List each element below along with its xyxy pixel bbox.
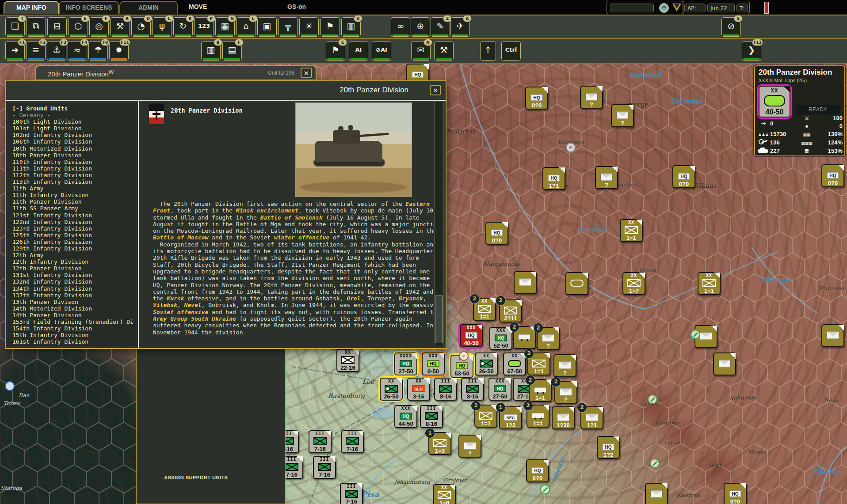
map-unit-counter[interactable]: 1=12 — [474, 405, 497, 428]
toolbar-button-airborne-mode[interactable]: ☂F8 — [88, 41, 108, 61]
toolbar-button-zoom-mode[interactable]: ◎F — [89, 17, 109, 37]
toolbar-button-ctrl-key[interactable]: Ctrl — [501, 41, 521, 61]
toolbar-button-signal-intel[interactable]: ψL — [153, 17, 172, 37]
unit-list-item[interactable]: 15th Infantry Division — [12, 332, 136, 338]
map-unit-counter[interactable]: HQ1?1 — [542, 167, 565, 190]
unit-counter[interactable]: XX 40-50 — [759, 86, 790, 117]
map-unit-counter[interactable]: ? — [611, 104, 634, 127]
map-unit-counter[interactable]: ? — [595, 166, 618, 189]
unit-list-item[interactable]: 137th Infantry Division — [12, 292, 136, 299]
map-unit-counter[interactable]: HQ0?0 — [821, 164, 844, 187]
toolbar-button-rail-transport[interactable]: ∞ — [391, 17, 410, 37]
map-unit-counter[interactable]: XXSEC3-16 — [407, 378, 430, 401]
toolbar-button-resources[interactable]: ╦ — [279, 17, 298, 37]
tab-info-screens[interactable]: INFO SCREENS — [59, 1, 119, 14]
map-unit-counter[interactable]: XXXXHQ27-50 — [394, 352, 417, 375]
assign-support-units-button[interactable]: ASSIGN SUPPORT UNITS — [164, 475, 228, 480]
settings-icon[interactable]: ⚙ — [659, 3, 669, 13]
map-unit-counter[interactable]: XXXHQ52-50 — [489, 327, 512, 350]
unit-list-item[interactable]: 13th Panzer Divison — [12, 299, 136, 305]
map-unit-counter[interactable]: III7-16 — [313, 456, 336, 479]
toolbar-button-unit-boxes[interactable]: ▦N — [215, 17, 235, 37]
map-unit-counter[interactable]: XXXHQ40-50 — [460, 324, 483, 347]
unit-list-item[interactable]: 112th Infantry Division — [12, 172, 136, 178]
map-unit-counter[interactable]: 1?12 — [580, 406, 603, 429]
toolbar-button-goto-mode[interactable]: ⚑E — [326, 41, 345, 61]
map-unit-counter[interactable]: ?2 — [554, 381, 577, 404]
map-unit-counter[interactable]: 1=31 — [428, 432, 451, 455]
unit-list-item[interactable]: 111th Infantry Division — [12, 165, 136, 172]
map-unit-counter[interactable]: XX26-50 — [475, 352, 498, 375]
map-unit-counter[interactable]: HQ0?0 — [672, 165, 695, 188]
map-unit-counter[interactable] — [514, 271, 537, 294]
map-unit-counter[interactable]: XX67-50 — [503, 352, 526, 375]
toolbar-button-amphib-mode[interactable]: ≈F4 — [68, 41, 87, 61]
map-unit-counter[interactable]: XXXHQ0-50 — [422, 352, 445, 375]
toolbar-button-air-directives[interactable]: ✈A — [450, 17, 470, 37]
map-unit-counter[interactable]: III8-16 — [434, 378, 457, 401]
unit-list-item[interactable]: 121st Infantry Division — [12, 212, 136, 219]
pennant-icon[interactable] — [672, 4, 681, 11]
toolbar-button-add-map-window[interactable]: ⧉ — [27, 17, 46, 37]
map-green-marker-icon[interactable] — [648, 394, 657, 404]
unit-list-item[interactable]: 129th Infantry Division — [12, 245, 136, 252]
map-green-marker-icon[interactable] — [691, 330, 700, 339]
tab-map-info[interactable]: MAP INFO — [4, 1, 59, 14]
menu-move[interactable]: MOVE — [189, 3, 207, 10]
map-unit-counter[interactable] — [821, 324, 844, 347]
toolbar-button-unit-values[interactable]: 123P — [195, 17, 214, 37]
unit-list-item[interactable]: 132nd Infantry Division — [12, 278, 136, 285]
map-unit-counter[interactable]: III7-16 — [341, 430, 364, 453]
unit-list-item[interactable]: 100th Light Division — [12, 118, 136, 125]
toolbar-button-vehicles[interactable]: ▥B — [201, 41, 221, 61]
map-unit-counter[interactable]: XX22-16 — [336, 349, 359, 372]
unit-list-item[interactable]: 10th Motorized Division — [12, 145, 136, 152]
map-unit-counter[interactable]: XX26-50 — [380, 378, 403, 401]
unit-list-item[interactable]: 131st Infantry Division — [12, 272, 136, 278]
toolbar-button-compass[interactable]: ⊘S — [721, 17, 741, 37]
toolbar-button-unit-counters[interactable]: ❏T — [5, 17, 25, 37]
map-unit-counter[interactable]: III7-16 — [309, 430, 332, 453]
unit-list-item[interactable]: 12th Panzer Division — [12, 265, 136, 272]
map-unit-counter[interactable]: 1?30 — [552, 406, 575, 429]
map-unit-counter[interactable]: HQ0?0 — [526, 459, 549, 482]
map-unit-counter[interactable]: 1=12 — [527, 352, 550, 375]
tab-admin[interactable]: ADMIN — [119, 1, 178, 14]
unit-list-item[interactable]: 122nd Infantry Division — [12, 219, 136, 225]
toolbar-button-objectives[interactable]: ⚑ — [320, 17, 340, 37]
toolbar-button-strategic-transfer[interactable]: ⊕ — [411, 17, 430, 37]
toolbar-button-weather[interactable]: ☀ — [299, 17, 319, 37]
unit-list-item[interactable]: 11th Army — [12, 185, 136, 192]
map-unit-counter[interactable]: XXXHQ27-50 — [488, 378, 511, 401]
unit-list-item[interactable]: 10th Panzer Division — [12, 152, 136, 159]
map-unit-counter[interactable]: HQ0?0 — [525, 87, 548, 110]
toolbar-button-cities[interactable]: ▣ — [257, 17, 277, 37]
map-unit-counter[interactable]: ? — [458, 435, 481, 458]
unit-list-item[interactable]: 154th Infantry Division — [12, 325, 136, 332]
map-green-marker-icon[interactable] — [650, 459, 660, 468]
toolbar-button-rail-damage[interactable]: ⚒R — [111, 17, 130, 37]
map-unit-counter[interactable]: XX1=1 — [620, 219, 643, 242]
toolbar-button-ai-assist[interactable]: AI — [349, 41, 368, 61]
map-red-marker-icon[interactable]: ✶ — [459, 351, 469, 361]
toolbar-button-edit-mode[interactable]: ✎Z — [431, 17, 450, 37]
unit-list-item[interactable]: 14th Panzer Division — [12, 312, 136, 318]
map-unit-counter[interactable]: 1=12 — [527, 405, 549, 428]
toolbar-button-bombard-mode[interactable]: ✸F11 — [109, 41, 129, 61]
toolbar-button-hex-info[interactable]: ⬡E — [69, 17, 88, 37]
toolbar-button-factories[interactable]: ⌂L — [237, 17, 256, 37]
toolbar-button-remove-map-window[interactable]: ⊟ — [47, 17, 67, 37]
unit-list-item[interactable]: 101st Light Division — [12, 125, 136, 132]
toolbar-button-delayed-units[interactable]: ◔D — [131, 17, 151, 37]
unit-list-item[interactable]: 12th Infantry Division — [12, 258, 136, 265]
map-unit-counter[interactable]: XX1=7 — [622, 272, 645, 295]
map-unit-counter[interactable]: III7-16 — [340, 483, 363, 504]
map-unit-counter[interactable]: HQ0?0 — [485, 222, 508, 245]
toolbar-button-end-phase[interactable]: ➜F1 — [5, 41, 25, 61]
toolbar-button-freight[interactable]: ▤F — [222, 41, 242, 61]
map-unit-counter[interactable]: SEC1?21 — [499, 406, 522, 429]
toolbar-button-next-screen[interactable]: ❯F12 — [742, 41, 761, 61]
scrollbar-thumb[interactable] — [435, 296, 443, 343]
map-green-marker-icon[interactable] — [540, 485, 550, 494]
toolbar-button-mail[interactable]: ✉N — [411, 41, 431, 61]
